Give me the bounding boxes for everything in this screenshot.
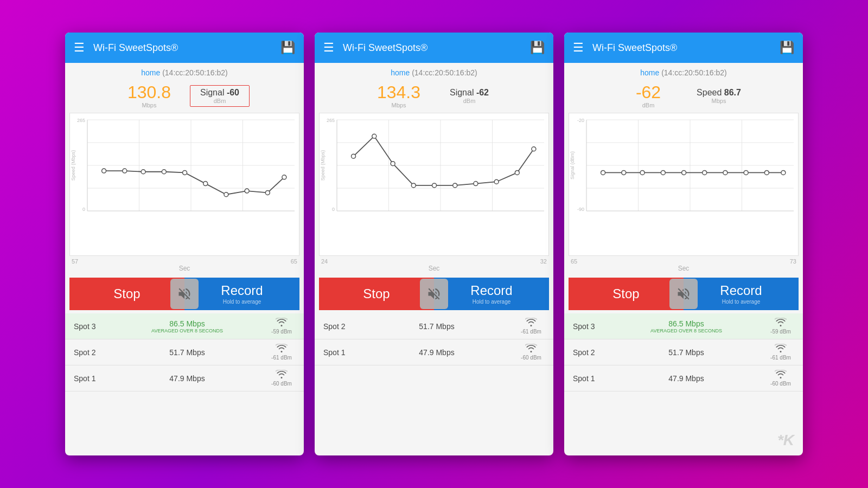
svg-point-15 [162,170,166,174]
x-right-label: 32 [540,258,547,265]
svg-point-59 [661,170,665,175]
svg-text:265: 265 [77,118,85,123]
menu-icon[interactable]: ☰ [74,41,85,55]
svg-point-58 [640,170,644,175]
wifi-icon [525,344,537,355]
stop-button[interactable]: Stop [69,278,184,310]
svg-point-37 [411,183,416,188]
x-axis-labels: 24 32 [315,258,553,265]
x-left-label: 65 [571,258,577,265]
metrics-row: 130.8 Mbps Signal -60 dBm [65,79,304,111]
speed-unit: Mbps [392,102,406,108]
save-icon[interactable]: 💾 [530,41,545,55]
phone-card-card1: ☰ Wi-Fi SweetSpots® 💾 home (14:cc:20:50:… [65,33,304,455]
wifi-icon [276,370,288,381]
x-axis-title: Sec [65,265,304,274]
stop-button[interactable]: Stop [569,278,684,310]
svg-text:-20: -20 [577,118,584,123]
wifi-icon [276,318,288,329]
wifi-signal: -60 dBm [268,370,295,387]
chart-area: 2650Speed (Mbps) [69,113,299,256]
svg-text:0: 0 [82,207,85,212]
spot-name: Spot 3 [74,322,106,331]
spot-row: Spot 251.7 Mbps -61 dBm [65,339,304,365]
wifi-dbm: -59 dBm [271,329,292,335]
spot-speed: 47.9 Mbps [106,374,268,383]
svg-point-35 [372,134,376,138]
spot-name: Spot 1 [74,374,106,383]
mute-badge[interactable] [170,279,199,309]
wifi-icon [775,370,787,381]
spot-name: Spot 1 [573,374,605,383]
menu-icon[interactable]: ☰ [573,41,584,55]
x-axis-labels: 65 73 [564,258,803,265]
speed-unit: Mbps [142,102,157,108]
mute-badge[interactable] [669,279,698,309]
network-mac: (14:cc:20:50:16:b2) [412,68,477,77]
svg-text:Signal (dBm): Signal (dBm) [570,151,575,179]
spot-name: Spot 2 [573,348,605,357]
network-mac: (14:cc:20:50:16:b2) [661,68,727,77]
signal-label: Signal -62 [450,88,489,98]
svg-point-65 [781,170,786,175]
stop-button[interactable]: Stop [319,278,434,310]
spot-speed: 51.7 Mbps [605,348,767,357]
svg-point-14 [141,170,145,174]
save-icon[interactable]: 💾 [280,41,295,55]
signal-unit: Mbps [712,98,726,104]
signal-label: Signal -60 [200,88,239,98]
menu-icon[interactable]: ☰ [323,41,334,55]
svg-point-63 [744,170,748,175]
app-title: Wi-Fi SweetSpots® [93,42,280,54]
speed-value: -62 [636,84,661,101]
spot-name: Spot 1 [323,348,356,357]
record-label: Record [720,283,762,298]
signal-metric: Signal -60 dBm [190,85,250,107]
spot-speed: 51.7 Mbps [106,348,268,357]
spot-row: Spot 251.7 Mbps -61 dBm [564,339,803,365]
record-label: Record [470,283,512,298]
svg-point-12 [102,169,106,173]
x-axis-title: Sec [315,265,553,274]
record-button[interactable]: RecordHold to average [684,278,799,310]
spot-speed-sub: AVERAGED OVER 8 SECONDS [106,328,268,333]
wifi-icon [525,318,537,329]
x-axis-title: Sec [564,265,803,274]
wifi-dbm: -61 dBm [271,355,292,361]
wifi-dbm: -59 dBm [770,329,791,335]
wifi-dbm: -61 dBm [770,355,791,361]
wifi-signal: -61 dBm [767,344,794,361]
spot-row: Spot 386.5 MbpsAVERAGED OVER 8 SECONDS -… [65,313,304,339]
network-label: home (14:cc:20:50:16:b2) [564,63,803,79]
record-label: Record [221,283,263,298]
metrics-row: 134.3 Mbps Signal -62 dBm [315,79,553,111]
wifi-signal: -61 dBm [268,344,295,361]
svg-point-13 [123,169,127,173]
svg-point-39 [453,183,457,188]
wifi-signal: -60 dBm [518,344,545,361]
spots-list: Spot 386.5 MbpsAVERAGED OVER 8 SECONDS -… [564,313,803,455]
app-title: Wi-Fi SweetSpots® [343,42,530,54]
signal-metric: Speed 86.7 Mbps [689,86,749,106]
save-icon[interactable]: 💾 [780,41,794,55]
svg-text:Speed (Mbps): Speed (Mbps) [320,150,326,181]
button-row: StopRecordHold to average [319,278,549,310]
wifi-signal: -61 dBm [518,318,545,335]
hold-text: Hold to average [473,299,511,305]
x-left-label: 24 [321,258,328,265]
spot-name: Spot 2 [323,322,356,331]
wifi-signal: -59 dBm [268,318,295,335]
speed-value: 130.8 [127,84,171,101]
signal-metric: Signal -62 dBm [439,86,499,106]
spot-speed: 86.5 MbpsAVERAGED OVER 8 SECONDS [106,319,268,333]
network-label: home (14:cc:20:50:16:b2) [315,63,553,79]
record-button[interactable]: RecordHold to average [184,278,299,310]
mute-badge[interactable] [420,279,448,309]
svg-point-62 [723,170,727,175]
record-button[interactable]: RecordHold to average [434,278,549,310]
hold-text: Hold to average [223,299,261,305]
speed-metric: 134.3 Mbps [369,84,429,108]
phone-card-card3: ☰ Wi-Fi SweetSpots® 💾 home (14:cc:20:50:… [564,33,803,455]
x-left-label: 57 [72,258,78,265]
spots-list: Spot 386.5 MbpsAVERAGED OVER 8 SECONDS -… [65,313,304,455]
